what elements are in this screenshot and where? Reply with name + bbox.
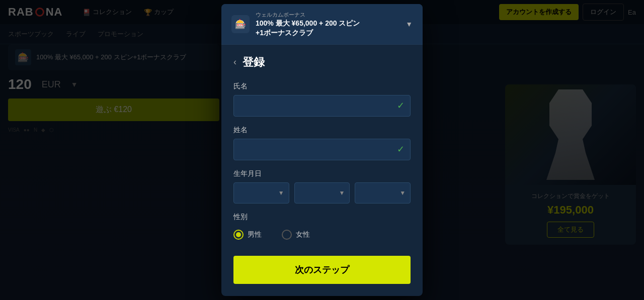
year-select[interactable] xyxy=(355,182,411,204)
last-name-label: 姓名 xyxy=(233,126,411,135)
modal-overlay: 🎰 ウェルカムボーナス 100% 最大 ¥65,000 + 200 スピン+1ボ… xyxy=(0,0,644,300)
first-name-group: 氏名 ✓ xyxy=(233,82,411,117)
back-arrow-button[interactable]: ‹ xyxy=(233,57,236,67)
female-label: 女性 xyxy=(296,230,310,239)
modal-bonus-info: ウェルカムボーナス 100% 最大 ¥65,000 + 200 スピン+1ボーナ… xyxy=(256,11,360,37)
last-name-group: 姓名 ✓ xyxy=(233,126,411,160)
last-name-input[interactable] xyxy=(233,139,411,160)
dob-group: 生年月日 ▼ ▼ xyxy=(233,169,411,204)
day-select[interactable] xyxy=(233,182,289,204)
modal-header-row: ‹ 登録 xyxy=(233,55,411,70)
date-row: ▼ ▼ ▼ xyxy=(233,182,411,204)
modal-bonus-left: 🎰 ウェルカムボーナス 100% 最大 ¥65,000 + 200 スピン+1ボ… xyxy=(231,11,360,37)
male-label: 男性 xyxy=(248,230,262,239)
first-name-label: 氏名 xyxy=(233,82,411,91)
bonus-chevron-icon[interactable]: ▼ xyxy=(406,20,413,28)
gender-label: 性別 xyxy=(233,213,411,222)
gender-group: 性別 男性 女性 xyxy=(233,213,411,244)
modal-title: 登録 xyxy=(243,55,265,70)
modal-bonus-main-text: 100% 最大 ¥65,000 + 200 スピン+1ボーナスクラブ xyxy=(256,19,360,37)
dob-label: 生年月日 xyxy=(233,169,411,178)
day-select-wrapper: ▼ xyxy=(233,182,289,204)
female-radio-circle xyxy=(282,230,292,240)
modal-bonus-icon: 🎰 xyxy=(231,15,250,33)
first-name-input[interactable] xyxy=(233,95,411,117)
submit-button[interactable]: 次のステップ xyxy=(233,256,411,284)
first-name-input-wrapper: ✓ xyxy=(233,95,411,117)
modal-body: ‹ 登録 氏名 ✓ 姓名 ✓ 生年月日 xyxy=(221,45,423,296)
month-select[interactable] xyxy=(294,182,350,204)
male-option[interactable]: 男性 xyxy=(233,230,262,240)
registration-modal: 🎰 ウェルカムボーナス 100% 最大 ¥65,000 + 200 スピン+1ボ… xyxy=(221,4,423,295)
modal-bonus-header: 🎰 ウェルカムボーナス 100% 最大 ¥65,000 + 200 スピン+1ボ… xyxy=(221,4,423,44)
gender-row: 男性 女性 xyxy=(233,226,411,244)
first-name-check-icon: ✓ xyxy=(397,100,405,111)
month-select-wrapper: ▼ xyxy=(294,182,350,204)
female-option[interactable]: 女性 xyxy=(282,230,310,240)
modal-bonus-label: ウェルカムボーナス xyxy=(256,11,360,19)
male-radio-dot xyxy=(236,232,241,237)
last-name-check-icon: ✓ xyxy=(397,144,405,155)
year-select-wrapper: ▼ xyxy=(355,182,411,204)
last-name-input-wrapper: ✓ xyxy=(233,139,411,160)
male-radio-circle xyxy=(233,230,244,240)
